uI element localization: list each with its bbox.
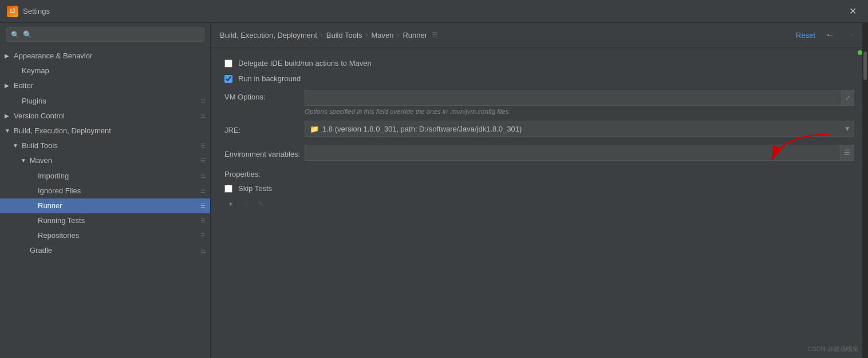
arrow-icon: ▼ xyxy=(5,127,13,135)
vm-options-expand-btn[interactable]: ⤢ xyxy=(842,90,854,106)
arrow-placeholder xyxy=(21,247,29,255)
settings-icon: ☰ xyxy=(200,112,206,120)
sidebar-item-runner[interactable]: Runner ☰ xyxy=(0,198,210,213)
settings-icon: ☰ xyxy=(200,157,206,165)
sidebar-item-label: Runner xyxy=(38,201,200,211)
settings-window: IJ Settings ✕ 🔍 ▶ Appearance & Behavior … xyxy=(0,0,868,358)
background-checkbox-row: Run in background xyxy=(224,74,854,83)
arrow-placeholder xyxy=(29,172,37,180)
settings-icon: ☰ xyxy=(200,187,206,195)
sidebar-item-label: Version Control xyxy=(14,111,200,121)
properties-toolbar: + − ✎ xyxy=(224,197,854,210)
content-area: 🔍 ▶ Appearance & Behavior Keymap ▶ Edi xyxy=(0,23,868,358)
app-icon: IJ xyxy=(7,6,18,17)
sidebar: 🔍 ▶ Appearance & Behavior Keymap ▶ Edi xyxy=(0,23,211,358)
close-button[interactable]: ✕ xyxy=(845,3,861,19)
arrow-placeholder xyxy=(13,67,21,75)
sidebar-item-gradle[interactable]: Gradle ☰ xyxy=(0,243,210,258)
jre-label: JRE: xyxy=(224,123,305,134)
arrow-placeholder xyxy=(29,187,37,195)
green-status-dot xyxy=(858,50,862,55)
sidebar-item-label: Maven xyxy=(30,156,200,166)
arrow-placeholder xyxy=(29,202,37,210)
arrow-icon: ▶ xyxy=(5,52,13,60)
sidebar-item-build-exec-deploy[interactable]: ▼ Build, Execution, Deployment xyxy=(0,124,210,138)
breadcrumb-part-4: Runner xyxy=(403,31,427,39)
env-vars-label: Environment variables: xyxy=(224,147,305,158)
sidebar-item-label: Gradle xyxy=(30,245,200,256)
env-vars-input-container: ☰ xyxy=(305,145,854,161)
forward-button[interactable]: → xyxy=(843,29,859,41)
sidebar-item-label: Repositories xyxy=(38,230,200,241)
env-vars-row: Environment variables: ☰ xyxy=(224,145,854,161)
breadcrumb-bar: Build, Execution, Deployment › Build Too… xyxy=(211,23,868,47)
breadcrumb-part-1: Build, Execution, Deployment xyxy=(220,31,317,39)
settings-icon: ☰ xyxy=(200,232,206,240)
edit-button[interactable]: ✎ xyxy=(254,197,267,210)
breadcrumb-settings-icon: ☰ xyxy=(432,31,438,39)
skip-tests-label: Skip Tests xyxy=(238,184,272,193)
window-title: Settings xyxy=(23,7,50,15)
breadcrumb-sep-2: › xyxy=(365,31,368,39)
vm-options-label: VM Options: xyxy=(224,90,305,101)
sidebar-item-label: Editor xyxy=(14,81,206,91)
sidebar-item-build-tools[interactable]: ▼ Build Tools ☰ xyxy=(0,138,210,153)
sidebar-item-plugins[interactable]: Plugins ☰ xyxy=(0,94,210,109)
settings-icon: ☰ xyxy=(200,97,206,105)
background-checkbox[interactable] xyxy=(224,75,232,83)
jre-value: 1.8 (version 1.8.0_301, path: D:/softwar… xyxy=(322,125,522,133)
delegate-checkbox-row: Delegate IDE build/run actions to Maven xyxy=(224,59,854,67)
jre-dropdown-container[interactable]: 📁 1.8 (version 1.8.0_301, path: D:/softw… xyxy=(305,121,854,137)
env-vars-browse-btn[interactable]: ☰ xyxy=(841,145,854,161)
settings-icon: ☰ xyxy=(200,172,206,180)
breadcrumb-part-3: Maven xyxy=(371,31,393,39)
settings-icon: ☰ xyxy=(200,247,206,255)
remove-button[interactable]: − xyxy=(239,197,252,210)
search-box[interactable]: 🔍 xyxy=(6,27,204,42)
watermark: CSDN @微场嘴角 xyxy=(808,345,859,353)
sidebar-item-repositories[interactable]: Repositories ☰ xyxy=(0,228,210,243)
sidebar-item-label: Importing xyxy=(38,171,200,181)
arrow-icon: ▶ xyxy=(5,82,13,90)
vm-options-input[interactable] xyxy=(305,90,842,106)
jre-row: JRE: 📁 1.8 (version 1.8.0_301, path: D:/… xyxy=(224,121,854,137)
arrow-placeholder xyxy=(29,232,37,240)
breadcrumb-sep-1: › xyxy=(321,31,323,39)
vm-options-hint: Options specified in this field override… xyxy=(305,108,854,115)
sidebar-item-running-tests[interactable]: Running Tests ☰ xyxy=(0,213,210,228)
settings-icon: ☰ xyxy=(200,202,206,210)
jre-dropdown[interactable]: 📁 1.8 (version 1.8.0_301, path: D:/softw… xyxy=(305,121,854,137)
sidebar-item-appearance[interactable]: ▶ Appearance & Behavior xyxy=(0,49,210,63)
vm-options-input-container: ⤢ xyxy=(305,90,854,106)
reset-button[interactable]: Reset xyxy=(794,30,818,41)
sidebar-item-maven[interactable]: ▼ Maven ☰ xyxy=(0,153,210,168)
sidebar-item-label: Appearance & Behavior xyxy=(14,51,206,61)
sidebar-item-ignored-files[interactable]: Ignored Files ☰ xyxy=(0,184,210,198)
sidebar-item-version-control[interactable]: ▶ Version Control ☰ xyxy=(0,109,210,124)
search-input[interactable] xyxy=(23,30,199,39)
breadcrumb-actions: Reset ← → xyxy=(794,29,859,41)
sidebar-item-importing[interactable]: Importing ☰ xyxy=(0,169,210,184)
back-button[interactable]: ← xyxy=(822,29,838,41)
env-vars-input[interactable] xyxy=(305,145,841,161)
delegate-checkbox[interactable] xyxy=(224,59,232,67)
vm-options-row: VM Options: ⤢ Options specified in this … xyxy=(224,90,854,115)
titlebar: IJ Settings ✕ xyxy=(0,0,868,23)
sidebar-tree: ▶ Appearance & Behavior Keymap ▶ Editor … xyxy=(0,46,210,358)
skip-tests-checkbox[interactable] xyxy=(224,185,232,193)
properties-label: Properties: xyxy=(224,170,854,178)
add-button[interactable]: + xyxy=(224,197,237,210)
settings-icon: ☰ xyxy=(200,142,206,150)
arrow-icon: ▶ xyxy=(5,112,13,120)
search-icon: 🔍 xyxy=(11,31,19,39)
sidebar-item-editor[interactable]: ▶ Editor xyxy=(0,78,210,93)
sidebar-item-label: Build, Execution, Deployment xyxy=(14,126,206,136)
arrow-placeholder xyxy=(29,217,37,225)
background-label: Run in background xyxy=(238,74,301,83)
scrollbar-thumb[interactable] xyxy=(863,51,867,80)
folder-icon: 📁 xyxy=(310,125,319,133)
arrow-placeholder xyxy=(13,97,21,105)
sidebar-item-label: Running Tests xyxy=(38,216,200,226)
sidebar-item-keymap[interactable]: Keymap xyxy=(0,63,210,78)
settings-icon: ☰ xyxy=(200,217,206,225)
